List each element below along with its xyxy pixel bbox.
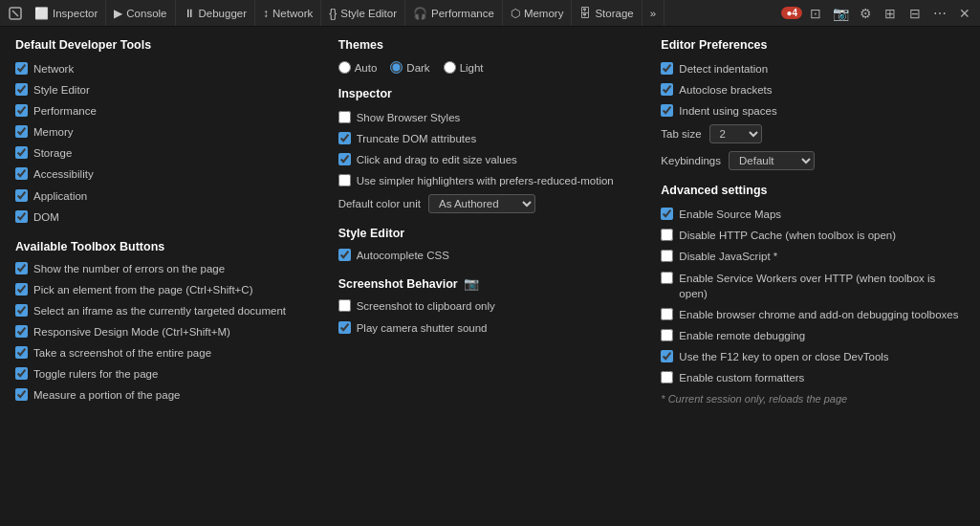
- checkbox-item[interactable]: Enable browser chrome and add-on debuggi…: [661, 307, 965, 322]
- checkbox-item[interactable]: Accessibility: [15, 166, 319, 182]
- checkbox-input[interactable]: [15, 189, 28, 202]
- column-middle: Themes Auto Dark Light Inspector Show Br…: [338, 38, 662, 515]
- checkbox-input[interactable]: [15, 62, 28, 75]
- checkbox-input[interactable]: [15, 367, 28, 380]
- advanced-settings-list: Enable Source MapsDisable HTTP Cache (wh…: [661, 207, 965, 385]
- checkbox-item[interactable]: Enable Source Maps: [661, 207, 965, 222]
- settings-icon[interactable]: ⚙: [854, 2, 877, 25]
- checkbox-input[interactable]: [15, 210, 28, 223]
- keybindings-select[interactable]: Default Vim Emacs: [729, 151, 815, 170]
- dock-icon[interactable]: ⊟: [904, 2, 926, 25]
- inspector-list: Show Browser StylesTruncate DOM attribut…: [338, 110, 642, 188]
- checkbox-item[interactable]: Show Browser Styles: [338, 110, 642, 125]
- checkbox-input[interactable]: [661, 83, 673, 96]
- checkbox-input[interactable]: [15, 104, 28, 117]
- checkbox-input[interactable]: [338, 111, 351, 123]
- checkbox-input[interactable]: [661, 272, 673, 284]
- themes-title: Themes: [338, 38, 642, 52]
- checkbox-input[interactable]: [15, 167, 28, 180]
- checkbox-item[interactable]: Use simpler highlighters with prefers-re…: [338, 173, 642, 188]
- tab-console[interactable]: ▶ Console: [106, 0, 175, 26]
- theme-dark[interactable]: Dark: [390, 61, 429, 74]
- checkbox-input[interactable]: [15, 388, 28, 401]
- checkbox-input[interactable]: [661, 208, 673, 220]
- advanced-footnote: * Current session only, reloads the page: [661, 393, 965, 405]
- checkbox-input[interactable]: [338, 132, 351, 144]
- checkbox-item[interactable]: Screenshot to clipboard only: [338, 298, 642, 314]
- memory-icon: ⬡: [511, 7, 520, 20]
- error-count-badge[interactable]: ●4: [781, 7, 802, 19]
- checkbox-input[interactable]: [661, 62, 673, 75]
- overflow-icon[interactable]: ⋯: [928, 2, 951, 25]
- checkbox-input[interactable]: [15, 283, 28, 296]
- checkbox-input[interactable]: [15, 146, 28, 159]
- checkbox-item[interactable]: Indent using spaces: [661, 103, 965, 119]
- checkbox-input[interactable]: [661, 329, 673, 341]
- tab-memory[interactable]: ⬡ Memory: [503, 0, 573, 26]
- checkbox-item[interactable]: Performance: [15, 103, 319, 119]
- storage-icon: 🗄: [579, 7, 591, 20]
- checkbox-input[interactable]: [15, 325, 28, 338]
- checkbox-item[interactable]: Style Editor: [15, 82, 319, 98]
- checkbox-input[interactable]: [661, 350, 673, 362]
- checkbox-input[interactable]: [15, 304, 28, 317]
- theme-light[interactable]: Light: [444, 61, 484, 74]
- checkbox-item[interactable]: Truncate DOM attributes: [338, 131, 642, 146]
- close-icon[interactable]: ✕: [953, 2, 976, 25]
- checkbox-input[interactable]: [338, 153, 351, 165]
- checkbox-item[interactable]: Disable JavaScript *: [661, 249, 965, 264]
- responsive-icon[interactable]: ⊡: [804, 2, 827, 25]
- checkbox-item[interactable]: Click and drag to edit size values: [338, 152, 642, 167]
- checkbox-input[interactable]: [661, 104, 673, 117]
- tab-size-select[interactable]: 2 4 8: [709, 124, 762, 143]
- checkbox-item[interactable]: Enable remote debugging: [661, 328, 965, 343]
- camera-icon: 📷: [464, 276, 479, 291]
- checkbox-item[interactable]: Enable Service Workers over HTTP (when t…: [661, 271, 965, 301]
- keybindings-label: Keybindings: [661, 155, 721, 166]
- split-icon[interactable]: ⊞: [879, 2, 902, 25]
- checkbox-input[interactable]: [15, 346, 28, 359]
- checkbox-input[interactable]: [15, 262, 28, 274]
- default-color-unit-select[interactable]: As Authored Hex HSL RGB Name: [428, 194, 535, 213]
- devtools-icon[interactable]: [4, 2, 27, 25]
- checkbox-item[interactable]: Application: [15, 188, 319, 204]
- tab-style-editor[interactable]: {} Style Editor: [321, 0, 405, 26]
- checkbox-input[interactable]: [661, 371, 673, 384]
- tab-inspector[interactable]: ⬜ Inspector: [27, 0, 106, 26]
- checkbox-item[interactable]: Toggle rulers for the page: [15, 366, 319, 382]
- checkbox-item[interactable]: Show the number of errors on the page: [15, 261, 319, 276]
- checkbox-item[interactable]: Take a screenshot of the entire page: [15, 345, 319, 361]
- tab-more[interactable]: »: [642, 0, 664, 26]
- checkbox-item[interactable]: Network: [15, 61, 319, 77]
- checkbox-item[interactable]: Storage: [15, 145, 319, 161]
- checkbox-input[interactable]: [15, 125, 28, 138]
- tab-performance[interactable]: 🎧 Performance: [405, 0, 503, 26]
- tab-debugger[interactable]: ⏸ Debugger: [176, 0, 256, 26]
- checkbox-item[interactable]: Memory: [15, 124, 319, 140]
- theme-auto[interactable]: Auto: [338, 61, 378, 74]
- checkbox-input[interactable]: [661, 250, 673, 262]
- checkbox-item[interactable]: Use the F12 key to open or close DevTool…: [661, 349, 965, 364]
- tab-network[interactable]: ↕ Network: [255, 0, 321, 26]
- screenshot-icon[interactable]: 📷: [829, 2, 852, 25]
- checkbox-item[interactable]: Select an iframe as the currently target…: [15, 303, 319, 318]
- checkbox-item[interactable]: Disable HTTP Cache (when toolbox is open…: [661, 228, 965, 243]
- checkbox-input[interactable]: [661, 229, 673, 241]
- checkbox-input[interactable]: [338, 299, 351, 312]
- checkbox-input[interactable]: [338, 321, 351, 334]
- checkbox-item[interactable]: Detect indentation: [661, 61, 965, 77]
- checkbox-item[interactable]: DOM: [15, 209, 319, 225]
- checkbox-input[interactable]: [338, 174, 351, 186]
- checkbox-label: Accessibility: [33, 166, 94, 182]
- tab-storage[interactable]: 🗄 Storage: [572, 0, 642, 26]
- checkbox-input[interactable]: [661, 308, 673, 320]
- checkbox-item[interactable]: Measure a portion of the page: [15, 387, 319, 403]
- checkbox-item[interactable]: Enable custom formatters: [661, 370, 965, 385]
- checkbox-item[interactable]: Responsive Design Mode (Ctrl+Shift+M): [15, 324, 319, 340]
- checkbox-item[interactable]: Play camera shutter sound: [338, 320, 642, 336]
- checkbox-item[interactable]: Autocomplete CSS: [338, 248, 642, 263]
- checkbox-input[interactable]: [338, 249, 351, 261]
- checkbox-item[interactable]: Pick an element from the page (Ctrl+Shif…: [15, 282, 319, 297]
- checkbox-input[interactable]: [15, 83, 28, 96]
- checkbox-item[interactable]: Autoclose brackets: [661, 82, 965, 98]
